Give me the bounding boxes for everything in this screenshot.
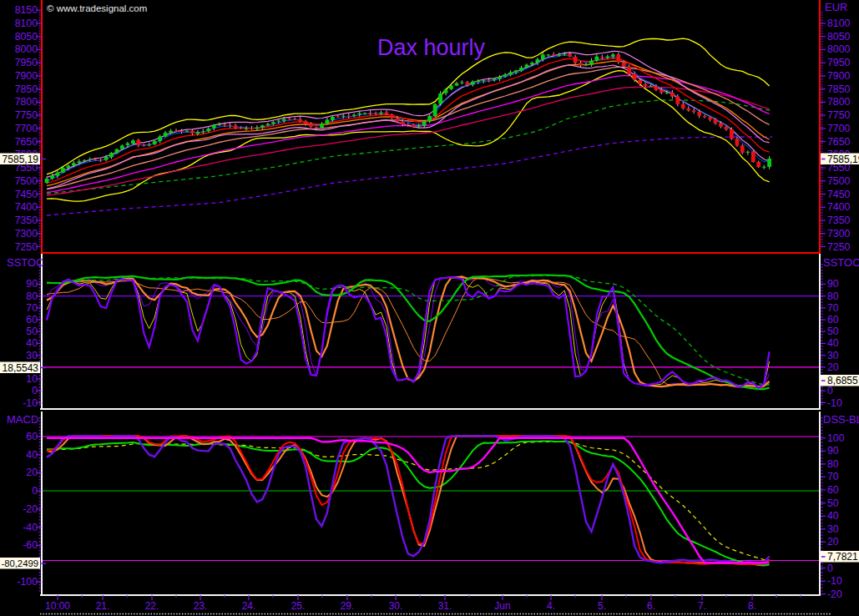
svg-text:29.: 29. xyxy=(341,600,355,612)
svg-text:30: 30 xyxy=(827,350,839,361)
svg-text:7850: 7850 xyxy=(15,83,38,95)
svg-text:60: 60 xyxy=(26,431,38,442)
svg-text:7400: 7400 xyxy=(827,201,851,213)
svg-text:30.: 30. xyxy=(389,600,403,612)
svg-text:7700: 7700 xyxy=(827,123,851,134)
svg-text:7400: 7400 xyxy=(15,201,38,213)
svg-text:7750: 7750 xyxy=(827,109,851,121)
svg-text:21.: 21. xyxy=(96,600,110,612)
svg-text:80: 80 xyxy=(827,458,839,470)
svg-text:40: 40 xyxy=(827,510,839,522)
svg-text:0: 0 xyxy=(827,563,833,574)
svg-text:7,7821: 7,7821 xyxy=(827,551,858,563)
svg-text:7900: 7900 xyxy=(827,70,851,82)
svg-text:-80,2499: -80,2499 xyxy=(1,558,38,568)
svg-text:50: 50 xyxy=(26,326,38,337)
svg-text:7.: 7. xyxy=(698,600,706,612)
svg-text:8000: 8000 xyxy=(15,43,38,55)
svg-text:30: 30 xyxy=(827,523,839,535)
svg-text:-20: -20 xyxy=(23,503,38,515)
svg-text:23.: 23. xyxy=(194,600,208,612)
svg-text:20: 20 xyxy=(827,361,839,373)
svg-text:70: 70 xyxy=(827,302,839,314)
svg-text:7900: 7900 xyxy=(15,70,38,82)
svg-text:7450: 7450 xyxy=(827,189,851,200)
svg-text:5.: 5. xyxy=(598,600,606,612)
svg-text:0: 0 xyxy=(827,385,833,396)
svg-text:0: 0 xyxy=(32,485,38,497)
svg-text:-20: -20 xyxy=(827,588,842,600)
svg-text:8000: 8000 xyxy=(827,43,851,55)
svg-text:22.: 22. xyxy=(145,600,159,612)
svg-text:60: 60 xyxy=(26,314,38,326)
svg-text:6.: 6. xyxy=(647,600,655,612)
svg-text:50: 50 xyxy=(827,326,839,337)
svg-text:7350: 7350 xyxy=(827,215,851,226)
svg-text:DSS-BLA: DSS-BLA xyxy=(823,413,859,426)
svg-text:Jun: Jun xyxy=(494,600,510,612)
svg-text:SSTOC: SSTOC xyxy=(7,256,44,269)
svg-text:7950: 7950 xyxy=(827,57,851,68)
svg-text:7700: 7700 xyxy=(15,123,38,134)
svg-text:10: 10 xyxy=(26,373,38,385)
svg-text:60: 60 xyxy=(827,484,839,496)
svg-text:-10: -10 xyxy=(827,575,842,587)
svg-text:40: 40 xyxy=(827,337,839,349)
svg-text:7250: 7250 xyxy=(15,241,38,253)
svg-text:31.: 31. xyxy=(438,600,452,612)
svg-text:7850: 7850 xyxy=(827,83,851,95)
svg-text:-60: -60 xyxy=(23,539,38,551)
svg-text:25.: 25. xyxy=(291,600,306,612)
svg-text:24.: 24. xyxy=(242,600,256,612)
svg-text:8050: 8050 xyxy=(15,31,38,43)
svg-text:70: 70 xyxy=(26,302,38,314)
svg-text:80: 80 xyxy=(26,290,38,302)
svg-text:7300: 7300 xyxy=(827,228,851,240)
svg-text:20: 20 xyxy=(26,467,38,478)
svg-text:0: 0 xyxy=(32,385,38,396)
svg-text:70: 70 xyxy=(827,471,839,482)
svg-text:7950: 7950 xyxy=(15,57,38,68)
svg-text:-100: -100 xyxy=(17,576,38,588)
svg-text:7300: 7300 xyxy=(15,228,38,240)
svg-text:7800: 7800 xyxy=(15,96,38,108)
svg-text:50: 50 xyxy=(827,497,839,509)
svg-text:7750: 7750 xyxy=(15,109,38,121)
svg-text:8150: 8150 xyxy=(15,4,38,16)
svg-text:EUR: EUR xyxy=(825,1,847,13)
svg-text:90: 90 xyxy=(827,278,839,290)
svg-text:90: 90 xyxy=(26,278,38,290)
svg-text:7585,19: 7585,19 xyxy=(3,154,39,165)
svg-text:7350: 7350 xyxy=(15,215,38,226)
svg-text:7650: 7650 xyxy=(827,136,851,148)
svg-text:Dax hourly: Dax hourly xyxy=(377,35,486,60)
svg-text:7650: 7650 xyxy=(15,136,38,148)
svg-text:18,5543: 18,5543 xyxy=(3,362,39,374)
svg-text:-10: -10 xyxy=(23,397,38,409)
svg-text:7450: 7450 xyxy=(15,189,38,200)
svg-text:7585,19: 7585,19 xyxy=(827,154,859,165)
svg-text:100: 100 xyxy=(827,432,845,444)
svg-text:8,6855: 8,6855 xyxy=(827,375,858,386)
svg-text:7500: 7500 xyxy=(15,175,38,187)
svg-text:90: 90 xyxy=(827,445,839,457)
svg-text:20: 20 xyxy=(827,536,839,548)
svg-text:7500: 7500 xyxy=(827,175,851,187)
svg-text:7250: 7250 xyxy=(827,241,851,253)
svg-text:MACD: MACD xyxy=(7,413,38,426)
svg-text:-10: -10 xyxy=(827,397,842,409)
svg-text:80: 80 xyxy=(827,290,839,302)
svg-text:SSTOC: SSTOC xyxy=(823,256,859,269)
svg-text:40: 40 xyxy=(26,449,38,461)
svg-text:8050: 8050 xyxy=(827,31,851,43)
svg-text:8.: 8. xyxy=(748,600,756,612)
svg-text:8100: 8100 xyxy=(827,18,851,29)
svg-text:8100: 8100 xyxy=(15,18,38,29)
svg-text:30: 30 xyxy=(26,350,38,361)
svg-text:4.: 4. xyxy=(547,600,555,612)
svg-text:40: 40 xyxy=(26,337,38,349)
svg-text:10:00: 10:00 xyxy=(45,600,70,612)
svg-text:7800: 7800 xyxy=(827,96,851,108)
svg-text:-40: -40 xyxy=(23,522,38,533)
svg-text:© www.tradesignal.com: © www.tradesignal.com xyxy=(47,3,147,13)
